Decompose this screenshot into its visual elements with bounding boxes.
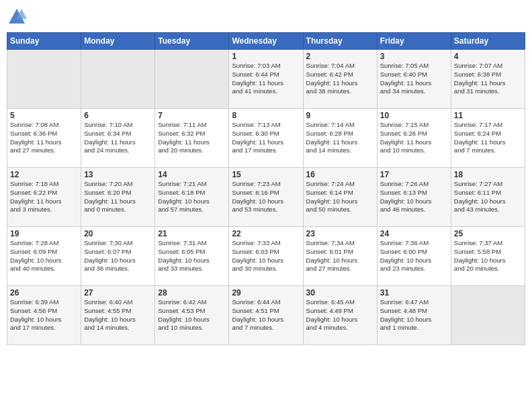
day-cell: 29Sunrise: 6:44 AM Sunset: 4:51 PM Dayli…: [229, 286, 303, 345]
day-info: Sunrise: 7:33 AM Sunset: 6:03 PM Dayligh…: [232, 239, 300, 273]
day-number: 5: [10, 111, 78, 120]
day-info: Sunrise: 7:34 AM Sunset: 6:01 PM Dayligh…: [306, 239, 374, 273]
day-cell: 1Sunrise: 7:03 AM Sunset: 6:44 PM Daylig…: [229, 50, 303, 109]
day-number: 18: [454, 170, 522, 179]
day-number: 27: [84, 288, 152, 298]
day-number: 7: [158, 111, 226, 120]
day-number: 30: [306, 288, 374, 298]
day-cell: 18Sunrise: 7:27 AM Sunset: 6:11 PM Dayli…: [451, 168, 525, 227]
weekday-header-row: SundayMondayTuesdayWednesdayThursdayFrid…: [7, 33, 525, 50]
day-number: 12: [10, 170, 78, 179]
day-cell: 21Sunrise: 7:31 AM Sunset: 6:05 PM Dayli…: [155, 227, 229, 286]
calendar-page: SundayMondayTuesdayWednesdayThursdayFrid…: [0, 0, 532, 411]
day-cell: 13Sunrise: 7:20 AM Sunset: 6:20 PM Dayli…: [81, 168, 155, 227]
day-info: Sunrise: 7:14 AM Sunset: 6:28 PM Dayligh…: [306, 121, 374, 155]
day-cell: 28Sunrise: 6:42 AM Sunset: 4:53 PM Dayli…: [155, 286, 229, 345]
day-cell: 22Sunrise: 7:33 AM Sunset: 6:03 PM Dayli…: [229, 227, 303, 286]
day-number: 20: [84, 229, 152, 238]
day-number: 10: [380, 111, 448, 120]
logo-icon: [7, 7, 27, 27]
weekday-header-saturday: Saturday: [451, 33, 525, 50]
day-info: Sunrise: 7:08 AM Sunset: 6:36 PM Dayligh…: [10, 121, 78, 155]
day-info: Sunrise: 7:30 AM Sunset: 6:07 PM Dayligh…: [84, 239, 152, 273]
week-row-3: 12Sunrise: 7:18 AM Sunset: 6:22 PM Dayli…: [7, 168, 525, 227]
day-number: 25: [454, 229, 522, 238]
day-info: Sunrise: 7:20 AM Sunset: 6:20 PM Dayligh…: [84, 180, 152, 214]
day-info: Sunrise: 7:05 AM Sunset: 6:40 PM Dayligh…: [380, 62, 448, 96]
day-cell: [451, 286, 525, 345]
weekday-header-thursday: Thursday: [303, 33, 377, 50]
day-cell: 20Sunrise: 7:30 AM Sunset: 6:07 PM Dayli…: [81, 227, 155, 286]
day-info: Sunrise: 6:39 AM Sunset: 4:56 PM Dayligh…: [10, 298, 78, 332]
day-cell: [7, 50, 81, 109]
day-number: 9: [306, 111, 374, 120]
week-row-4: 19Sunrise: 7:28 AM Sunset: 6:09 PM Dayli…: [7, 227, 525, 286]
day-cell: [81, 50, 155, 109]
day-info: Sunrise: 7:37 AM Sunset: 5:58 PM Dayligh…: [454, 239, 522, 273]
day-cell: 19Sunrise: 7:28 AM Sunset: 6:09 PM Dayli…: [7, 227, 81, 286]
logo: [7, 7, 30, 27]
calendar-table: SundayMondayTuesdayWednesdayThursdayFrid…: [7, 32, 525, 345]
day-number: 8: [232, 111, 300, 120]
day-info: Sunrise: 7:17 AM Sunset: 6:24 PM Dayligh…: [454, 121, 522, 155]
day-number: 4: [454, 52, 522, 61]
weekday-header-friday: Friday: [377, 33, 451, 50]
day-info: Sunrise: 6:45 AM Sunset: 4:49 PM Dayligh…: [306, 298, 374, 332]
day-info: Sunrise: 7:27 AM Sunset: 6:11 PM Dayligh…: [454, 180, 522, 214]
week-row-2: 5Sunrise: 7:08 AM Sunset: 6:36 PM Daylig…: [7, 109, 525, 168]
day-cell: [155, 50, 229, 109]
day-number: 29: [232, 288, 300, 298]
day-cell: 11Sunrise: 7:17 AM Sunset: 6:24 PM Dayli…: [451, 109, 525, 168]
day-number: 28: [158, 288, 226, 298]
day-info: Sunrise: 7:10 AM Sunset: 6:34 PM Dayligh…: [84, 121, 152, 155]
day-cell: 16Sunrise: 7:24 AM Sunset: 6:14 PM Dayli…: [303, 168, 377, 227]
day-info: Sunrise: 6:44 AM Sunset: 4:51 PM Dayligh…: [232, 298, 300, 332]
day-cell: 8Sunrise: 7:13 AM Sunset: 6:30 PM Daylig…: [229, 109, 303, 168]
week-row-5: 26Sunrise: 6:39 AM Sunset: 4:56 PM Dayli…: [7, 286, 525, 345]
day-number: 23: [306, 229, 374, 238]
day-info: Sunrise: 7:23 AM Sunset: 6:16 PM Dayligh…: [232, 180, 300, 214]
day-cell: 15Sunrise: 7:23 AM Sunset: 6:16 PM Dayli…: [229, 168, 303, 227]
day-number: 26: [10, 288, 78, 298]
weekday-header-sunday: Sunday: [7, 33, 81, 50]
day-number: 6: [84, 111, 152, 120]
day-info: Sunrise: 7:21 AM Sunset: 6:18 PM Dayligh…: [158, 180, 226, 214]
day-number: 2: [306, 52, 374, 61]
day-info: Sunrise: 7:04 AM Sunset: 6:42 PM Dayligh…: [306, 62, 374, 96]
day-number: 22: [232, 229, 300, 238]
day-cell: 3Sunrise: 7:05 AM Sunset: 6:40 PM Daylig…: [377, 50, 451, 109]
day-info: Sunrise: 7:13 AM Sunset: 6:30 PM Dayligh…: [232, 121, 300, 155]
weekday-header-monday: Monday: [81, 33, 155, 50]
day-info: Sunrise: 7:28 AM Sunset: 6:09 PM Dayligh…: [10, 239, 78, 273]
day-number: 21: [158, 229, 226, 238]
day-info: Sunrise: 7:36 AM Sunset: 6:00 PM Dayligh…: [380, 239, 448, 273]
day-cell: 17Sunrise: 7:26 AM Sunset: 6:13 PM Dayli…: [377, 168, 451, 227]
day-number: 13: [84, 170, 152, 179]
weekday-header-wednesday: Wednesday: [229, 33, 303, 50]
day-cell: 2Sunrise: 7:04 AM Sunset: 6:42 PM Daylig…: [303, 50, 377, 109]
header: [7, 7, 525, 27]
day-cell: 12Sunrise: 7:18 AM Sunset: 6:22 PM Dayli…: [7, 168, 81, 227]
day-info: Sunrise: 6:40 AM Sunset: 4:55 PM Dayligh…: [84, 298, 152, 332]
day-number: 16: [306, 170, 374, 179]
day-info: Sunrise: 7:07 AM Sunset: 6:38 PM Dayligh…: [454, 62, 522, 96]
day-cell: 4Sunrise: 7:07 AM Sunset: 6:38 PM Daylig…: [451, 50, 525, 109]
day-cell: 14Sunrise: 7:21 AM Sunset: 6:18 PM Dayli…: [155, 168, 229, 227]
weekday-header-tuesday: Tuesday: [155, 33, 229, 50]
day-number: 17: [380, 170, 448, 179]
day-number: 1: [232, 52, 300, 61]
day-cell: 26Sunrise: 6:39 AM Sunset: 4:56 PM Dayli…: [7, 286, 81, 345]
day-number: 31: [380, 288, 448, 298]
day-number: 14: [158, 170, 226, 179]
day-cell: 5Sunrise: 7:08 AM Sunset: 6:36 PM Daylig…: [7, 109, 81, 168]
day-number: 3: [380, 52, 448, 61]
week-row-1: 1Sunrise: 7:03 AM Sunset: 6:44 PM Daylig…: [7, 50, 525, 109]
day-info: Sunrise: 7:24 AM Sunset: 6:14 PM Dayligh…: [306, 180, 374, 214]
day-info: Sunrise: 7:31 AM Sunset: 6:05 PM Dayligh…: [158, 239, 226, 273]
day-cell: 7Sunrise: 7:11 AM Sunset: 6:32 PM Daylig…: [155, 109, 229, 168]
day-number: 24: [380, 229, 448, 238]
day-cell: 23Sunrise: 7:34 AM Sunset: 6:01 PM Dayli…: [303, 227, 377, 286]
day-cell: 31Sunrise: 6:47 AM Sunset: 4:48 PM Dayli…: [377, 286, 451, 345]
day-info: Sunrise: 7:18 AM Sunset: 6:22 PM Dayligh…: [10, 180, 78, 214]
day-info: Sunrise: 6:42 AM Sunset: 4:53 PM Dayligh…: [158, 298, 226, 332]
